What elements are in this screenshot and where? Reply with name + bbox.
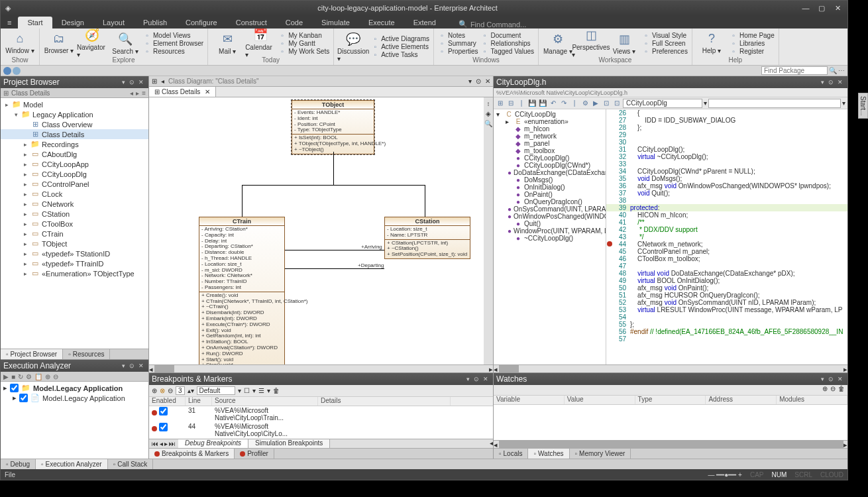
pin-icon[interactable]: ⊙: [127, 362, 136, 369]
breakpoint-row[interactable]: 31%VEA%\Microsoft Native\CityLoop\Train.…: [149, 406, 493, 422]
gutter[interactable]: [606, 190, 613, 197]
member-node[interactable]: ●~CCityLoopDlg(): [495, 235, 604, 242]
pin-icon[interactable]: ⊙: [127, 79, 136, 85]
ribbon-tab-extend[interactable]: Extend: [404, 17, 445, 28]
search-button[interactable]: 🔍Search ▾: [110, 30, 140, 56]
navigator-button[interactable]: 🧭Navigator ▾: [77, 30, 107, 56]
enable-checkbox[interactable]: [10, 384, 19, 392]
ribbon-tab-construct[interactable]: Construct: [227, 17, 276, 28]
tool-icon[interactable]: ⊕: [152, 387, 157, 394]
tree-icon[interactable]: ⊟: [506, 99, 515, 107]
expand-icon[interactable]: ▸: [3, 384, 7, 392]
tool-icon[interactable]: 📋: [34, 373, 42, 380]
code-line[interactable]: 34 CCityLoopDlg(CWnd* pParent = NULL);: [606, 168, 847, 175]
member-node[interactable]: ●OnSysCommand(UINT, LPARAM): [495, 205, 604, 213]
code-editor[interactable]: 26 {27 IDD = IDD_SUBWAY_DIALOG28 };29303…: [606, 109, 847, 364]
manage-button[interactable]: ⚙Manage ▾: [543, 30, 573, 56]
close-icon[interactable]: ✕: [836, 79, 845, 85]
redo-icon[interactable]: ↷: [559, 99, 569, 107]
member-node[interactable]: ●OnInitDialog(): [495, 184, 604, 191]
pin-icon[interactable]: ⊙: [826, 376, 836, 382]
tool-icon[interactable]: ⚙: [26, 373, 32, 380]
close-icon[interactable]: ✕: [836, 376, 845, 382]
preferences-button[interactable]: ▫Preferences: [642, 48, 688, 55]
search-icon[interactable]: 🔍: [829, 67, 837, 74]
col-header[interactable]: Address: [706, 396, 777, 404]
breakpoint-icon[interactable]: [607, 241, 612, 247]
gutter[interactable]: [606, 204, 613, 211]
code-line[interactable]: 40 HICON m_hIcon;: [606, 211, 847, 219]
ribbon-tab-design[interactable]: Design: [52, 17, 93, 28]
save-all-icon[interactable]: 💾: [538, 99, 547, 107]
relationships-button[interactable]: ▫Relationships: [481, 40, 534, 47]
member-selector[interactable]: [708, 99, 841, 108]
panel-tab[interactable]: ▫Resources: [63, 349, 110, 359]
gutter[interactable]: [606, 299, 613, 306]
col-header[interactable]: Source: [212, 397, 318, 406]
expand-icon[interactable]: ▸: [22, 151, 28, 158]
close-icon[interactable]: ✕: [205, 88, 210, 95]
col-header[interactable]: Variable: [494, 396, 565, 404]
nav-back-icon[interactable]: [3, 67, 11, 75]
code-line[interactable]: 50 afx_msg void OnPaint();: [606, 284, 847, 292]
views-button[interactable]: ▥Views ▾: [609, 30, 639, 56]
uml-class-cstation[interactable]: CStation- Location: size_t- Name: LPTSTR…: [384, 217, 470, 259]
gutter[interactable]: [606, 241, 613, 248]
gutter[interactable]: [606, 328, 613, 335]
arrow-up-icon[interactable]: ↕: [487, 100, 490, 107]
nav-icon[interactable]: ◂: [161, 78, 164, 85]
tree-node[interactable]: ▸▭CLock: [1, 189, 148, 199]
expand-icon[interactable]: ▸: [22, 231, 28, 237]
full-screen-button[interactable]: ▫Full Screen: [642, 40, 688, 47]
my-kanban-button[interactable]: ▫My Kanban: [278, 32, 329, 39]
tool-icon[interactable]: ⊕: [45, 373, 50, 380]
expand-icon[interactable]: ▸: [22, 181, 28, 188]
ribbon-tab-layout[interactable]: Layout: [93, 17, 134, 28]
model-views-button[interactable]: ▫Model Views: [143, 32, 203, 39]
uml-class-tobject[interactable]: TObject- Events: HANDLE*- Ident: int- Po…: [292, 100, 374, 154]
nav-prev-icon[interactable]: ◂: [160, 440, 163, 447]
nav-last-icon[interactable]: ⏭: [169, 440, 176, 447]
tree-node[interactable]: ▸▭CControlPanel: [1, 179, 148, 189]
panel-menu-icon[interactable]: ▾: [464, 376, 472, 382]
panel-menu-icon[interactable]: ▾: [120, 362, 127, 369]
tree-node[interactable]: ▸▭TObject: [1, 239, 148, 248]
tree-node[interactable]: ▸▭CCityLoopApp: [1, 159, 148, 169]
gutter[interactable]: [606, 146, 613, 153]
h-scrollbar[interactable]: ◂▸: [149, 364, 493, 372]
expand-icon[interactable]: ▸: [22, 260, 28, 267]
member-node[interactable]: ◆m_hIcon: [495, 125, 604, 133]
code-line[interactable]: 31 CCityLoopDlg();: [606, 146, 847, 153]
member-node[interactable]: ◆m_network: [495, 133, 604, 140]
tree-node[interactable]: ▸▭«typedef» TStationID: [1, 248, 148, 258]
h-scrollbar[interactable]: ◂▸: [494, 364, 847, 372]
tool-icon[interactable]: ⊕: [822, 385, 828, 395]
subtab[interactable]: Simulation Breakpoints: [248, 439, 330, 448]
member-node[interactable]: ●WindowProc(UINT, WPARAM, LPARAM: [495, 227, 604, 235]
browser-button[interactable]: 🗂Browser ▾: [44, 30, 74, 56]
gutter[interactable]: [606, 109, 613, 117]
breakpoint-row[interactable]: 44%VEA%\Microsoft Native\CityLoop\CityLo…: [149, 422, 493, 438]
col-header[interactable]: Details: [318, 397, 451, 406]
expand-icon[interactable]: ▸: [22, 270, 28, 277]
properties-button[interactable]: ▫Properties: [438, 48, 478, 55]
class-selector[interactable]: CCityLoopDlg: [623, 99, 702, 108]
tool-icon[interactable]: ☰: [258, 387, 264, 394]
member-node[interactable]: ●DoMsgs(): [495, 176, 604, 184]
tree-node[interactable]: ⊞Class Details: [1, 129, 148, 139]
diagram-tab[interactable]: ⊞Class Details✕: [149, 87, 216, 97]
nav-next-icon[interactable]: ▸: [164, 440, 168, 447]
tool-icon[interactable]: ☐: [244, 387, 250, 394]
code-line[interactable]: 29: [606, 131, 847, 138]
discussion-button[interactable]: 💬Discussion ▾: [338, 34, 368, 60]
my-work-sets-button[interactable]: ▫My Work Sets: [278, 48, 329, 55]
pin-icon[interactable]: ⊙: [826, 79, 836, 85]
tool-icon[interactable]: ⊗: [160, 387, 165, 394]
tree-node[interactable]: ▸▭CStation: [1, 209, 148, 219]
active-tasks-button[interactable]: ▫Active Tasks: [371, 51, 429, 58]
code-line[interactable]: 48 virtual void DoDataExchange(CDataExch…: [606, 270, 847, 277]
history-back-icon[interactable]: ◂: [130, 89, 133, 97]
element-browser-button[interactable]: ▫Element Browser: [143, 40, 203, 47]
nav-icon[interactable]: ◂: [490, 439, 493, 448]
col-header[interactable]: Line: [186, 397, 212, 406]
